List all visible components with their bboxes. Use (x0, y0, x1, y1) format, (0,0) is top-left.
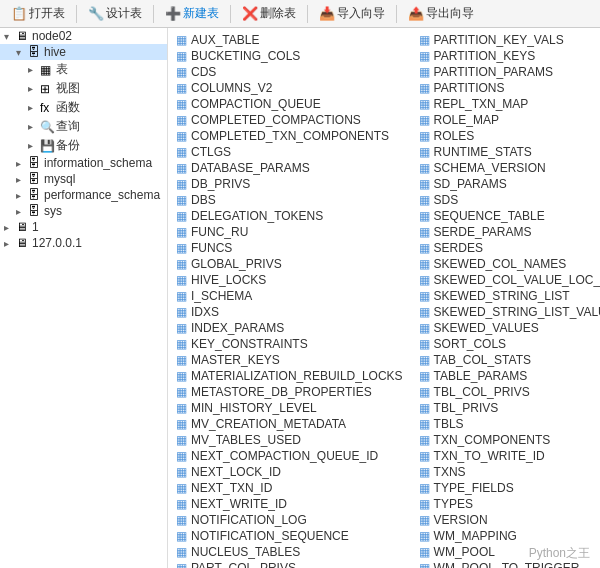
sidebar-item-mysql[interactable]: ▸🗄mysql (0, 171, 167, 187)
table-row[interactable]: ▦MATERIALIZATION_REBUILD_LOCKS (168, 368, 411, 384)
table-row[interactable]: ▦WM_POOL (411, 544, 600, 560)
tree-toggle-hive: ▾ (16, 47, 28, 58)
sidebar-item-node02[interactable]: ▾🖥node02 (0, 28, 167, 44)
open-table-button[interactable]: 📋打开表 (6, 3, 70, 24)
table-row[interactable]: ▦SKEWED_COL_NAMES (411, 256, 600, 272)
sidebar-item-views[interactable]: ▸⊞视图 (0, 79, 167, 98)
table-row[interactable]: ▦PARTITION_PARAMS (411, 64, 600, 80)
table-row[interactable]: ▦COMPLETED_TXN_COMPONENTS (168, 128, 411, 144)
design-table-button[interactable]: 🔧设计表 (83, 3, 147, 24)
table-row[interactable]: ▦TBL_PRIVS (411, 400, 600, 416)
table-icon: ▦ (176, 33, 187, 47)
new-table-button[interactable]: ➕新建表 (160, 3, 224, 24)
table-row[interactable]: ▦MV_CREATION_METADATA (168, 416, 411, 432)
table-row[interactable]: ▦I_SCHEMA (168, 288, 411, 304)
table-row[interactable]: ▦SKEWED_STRING_LIST (411, 288, 600, 304)
table-row[interactable]: ▦IDXS (168, 304, 411, 320)
table-row[interactable]: ▦SD_PARAMS (411, 176, 600, 192)
table-row[interactable]: ▦DATABASE_PARAMS (168, 160, 411, 176)
table-row[interactable]: ▦SKEWED_COL_VALUE_LOC_MAP (411, 272, 600, 288)
table-row[interactable]: ▦FUNC_RU (168, 224, 411, 240)
table-label: WM_POOL_TO_TRIGGER (434, 561, 580, 568)
table-row[interactable]: ▦VERSION (411, 512, 600, 528)
table-row[interactable]: ▦NEXT_LOCK_ID (168, 464, 411, 480)
import-wizard-button[interactable]: 📥导入向导 (314, 3, 390, 24)
sidebar-item-server1[interactable]: ▸🖥1 (0, 219, 167, 235)
table-row[interactable]: ▦ROLES (411, 128, 600, 144)
table-row[interactable]: ▦NOTIFICATION_SEQUENCE (168, 528, 411, 544)
table-row[interactable]: ▦RUNTIME_STATS (411, 144, 600, 160)
sidebar-item-localhost[interactable]: ▸🖥127.0.0.1 (0, 235, 167, 251)
table-row[interactable]: ▦BUCKETING_COLS (168, 48, 411, 64)
table-row[interactable]: ▦WM_MAPPING (411, 528, 600, 544)
table-row[interactable]: ▦ROLE_MAP (411, 112, 600, 128)
sidebar-item-queries[interactable]: ▸🔍查询 (0, 117, 167, 136)
table-row[interactable]: ▦SCHEMA_VERSION (411, 160, 600, 176)
table-icon: ▦ (419, 305, 430, 319)
sidebar-item-hive[interactable]: ▾🗄hive (0, 44, 167, 60)
table-label: WM_MAPPING (434, 529, 517, 543)
table-row[interactable]: ▦DELEGATION_TOKENS (168, 208, 411, 224)
table-row[interactable]: ▦COMPACTION_QUEUE (168, 96, 411, 112)
table-label: TAB_COL_STATS (434, 353, 531, 367)
table-row[interactable]: ▦TAB_COL_STATS (411, 352, 600, 368)
table-row[interactable]: ▦GLOBAL_PRIVS (168, 256, 411, 272)
table-row[interactable]: ▦SORT_COLS (411, 336, 600, 352)
table-row[interactable]: ▦METASTORE_DB_PROPERTIES (168, 384, 411, 400)
table-row[interactable]: ▦SKEWED_VALUES (411, 320, 600, 336)
delete-table-button[interactable]: ❌删除表 (237, 3, 301, 24)
table-row[interactable]: ▦COLUMNS_V2 (168, 80, 411, 96)
table-row[interactable]: ▦NEXT_WRITE_ID (168, 496, 411, 512)
table-row[interactable]: ▦MV_TABLES_USED (168, 432, 411, 448)
table-row[interactable]: ▦SKEWED_STRING_LIST_VALUES (411, 304, 600, 320)
table-row[interactable]: ▦TABLE_PARAMS (411, 368, 600, 384)
sidebar-item-functions[interactable]: ▸fx函数 (0, 98, 167, 117)
table-row[interactable]: ▦REPL_TXN_MAP (411, 96, 600, 112)
table-row[interactable]: ▦AUX_TABLE (168, 32, 411, 48)
table-row[interactable]: ▦SEQUENCE_TABLE (411, 208, 600, 224)
export-wizard-button[interactable]: 📤导出向导 (403, 3, 479, 24)
table-row[interactable]: ▦HIVE_LOCKS (168, 272, 411, 288)
table-row[interactable]: ▦PARTITIONS (411, 80, 600, 96)
table-row[interactable]: ▦NOTIFICATION_LOG (168, 512, 411, 528)
table-row[interactable]: ▦TBLS (411, 416, 600, 432)
table-row[interactable]: ▦SDS (411, 192, 600, 208)
table-row[interactable]: ▦NUCLEUS_TABLES (168, 544, 411, 560)
table-row[interactable]: ▦SERDES (411, 240, 600, 256)
table-row[interactable]: ▦WM_POOL_TO_TRIGGER (411, 560, 600, 568)
table-row[interactable]: ▦TXN_TO_WRITE_ID (411, 448, 600, 464)
sidebar-item-information-schema[interactable]: ▸🗄information_schema (0, 155, 167, 171)
table-row[interactable]: ▦TBL_COL_PRIVS (411, 384, 600, 400)
table-row[interactable]: ▦TYPE_FIELDS (411, 480, 600, 496)
table-row[interactable]: ▦FUNCS (168, 240, 411, 256)
table-icon: ▦ (419, 65, 430, 79)
table-row[interactable]: ▦KEY_CONSTRAINTS (168, 336, 411, 352)
sidebar-item-performance-schema[interactable]: ▸🗄performance_schema (0, 187, 167, 203)
sidebar-item-tables[interactable]: ▸▦表 (0, 60, 167, 79)
table-row[interactable]: ▦PARTITION_KEYS (411, 48, 600, 64)
table-row[interactable]: ▦DBS (168, 192, 411, 208)
table-row[interactable]: ▦CDS (168, 64, 411, 80)
table-row[interactable]: ▦DB_PRIVS (168, 176, 411, 192)
table-row[interactable]: ▦PART_COL_PRIVS (168, 560, 411, 568)
table-row[interactable]: ▦MASTER_KEYS (168, 352, 411, 368)
table-row[interactable]: ▦TXN_COMPONENTS (411, 432, 600, 448)
table-row[interactable]: ▦NEXT_COMPACTION_QUEUE_ID (168, 448, 411, 464)
table-label: NOTIFICATION_SEQUENCE (191, 529, 349, 543)
table-row[interactable]: ▦INDEX_PARAMS (168, 320, 411, 336)
table-row[interactable]: ▦MIN_HISTORY_LEVEL (168, 400, 411, 416)
server-icon: 🖥 (16, 236, 32, 250)
sidebar-item-sys[interactable]: ▸🗄sys (0, 203, 167, 219)
table-row[interactable]: ▦PARTITION_KEY_VALS (411, 32, 600, 48)
table-icon: ▦ (419, 321, 430, 335)
table-row[interactable]: ▦TYPES (411, 496, 600, 512)
table-label: GLOBAL_PRIVS (191, 257, 282, 271)
table-row[interactable]: ▦COMPLETED_COMPACTIONS (168, 112, 411, 128)
sidebar-item-backup[interactable]: ▸💾备份 (0, 136, 167, 155)
table-label: METASTORE_DB_PROPERTIES (191, 385, 372, 399)
table-row[interactable]: ▦TXNS (411, 464, 600, 480)
table-row[interactable]: ▦NEXT_TXN_ID (168, 480, 411, 496)
table-label: HIVE_LOCKS (191, 273, 266, 287)
table-row[interactable]: ▦CTLGS (168, 144, 411, 160)
table-row[interactable]: ▦SERDE_PARAMS (411, 224, 600, 240)
